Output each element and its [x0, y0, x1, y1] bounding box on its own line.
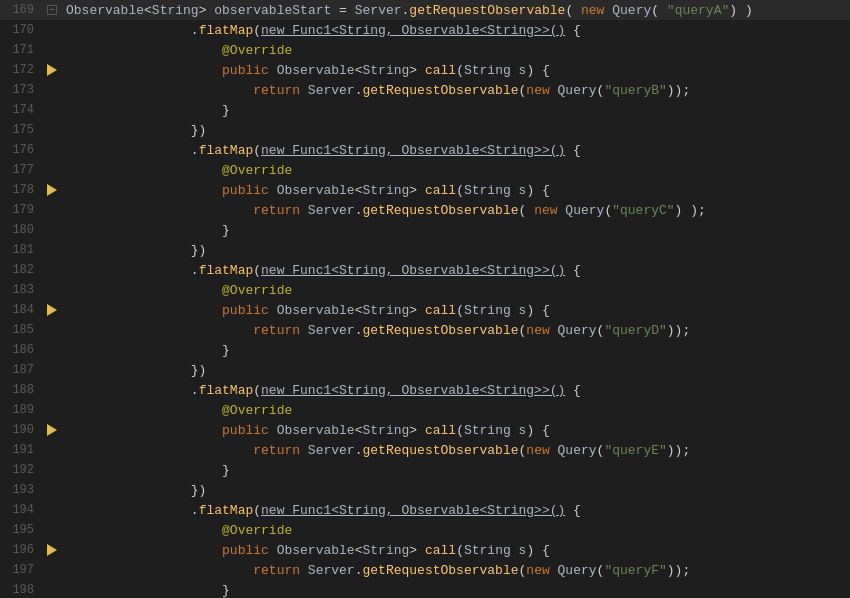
gutter-196: [42, 544, 62, 556]
gutter-190: [42, 424, 62, 436]
gutter-169: −: [42, 5, 62, 15]
code-line: 196 public Observable<String> call(Strin…: [0, 540, 850, 560]
line-content: .flatMap(new Func1<String, Observable<St…: [62, 503, 840, 518]
code-line: 173 return Server.getRequestObservable(n…: [0, 80, 850, 100]
code-line: 174 }: [0, 100, 850, 120]
gutter-184: [42, 304, 62, 316]
code-line: 172 public Observable<String> call(Strin…: [0, 60, 850, 80]
code-line: 180 }: [0, 220, 850, 240]
code-line: 181 }): [0, 240, 850, 260]
breakpoint-arrow: [47, 544, 57, 556]
gutter-178: [42, 184, 62, 196]
code-line: 189 @Override: [0, 400, 850, 420]
code-line: 176 .flatMap(new Func1<String, Observabl…: [0, 140, 850, 160]
code-line: 192 }: [0, 460, 850, 480]
code-line: 194 .flatMap(new Func1<String, Observabl…: [0, 500, 850, 520]
line-content: @Override: [62, 403, 840, 418]
line-content: }): [62, 363, 840, 378]
code-line: 179 return Server.getRequestObservable( …: [0, 200, 850, 220]
code-line: 197 return Server.getRequestObservable(n…: [0, 560, 850, 580]
code-line: 195 @Override: [0, 520, 850, 540]
code-line: 183 @Override: [0, 280, 850, 300]
code-line: 188 .flatMap(new Func1<String, Observabl…: [0, 380, 850, 400]
code-line: 191 return Server.getRequestObservable(n…: [0, 440, 850, 460]
code-line: 171 @Override: [0, 40, 850, 60]
line-content: }: [62, 463, 840, 478]
line-content: @Override: [62, 283, 840, 298]
line-content: return Server.getRequestObservable(new Q…: [62, 83, 840, 98]
line-content: }): [62, 483, 840, 498]
code-line: 182 .flatMap(new Func1<String, Observabl…: [0, 260, 850, 280]
line-content: Observable<String> observableStart = Ser…: [62, 3, 840, 18]
fold-icon[interactable]: −: [47, 5, 57, 15]
line-content: return Server.getRequestObservable( new …: [62, 203, 840, 218]
line-content: .flatMap(new Func1<String, Observable<St…: [62, 143, 840, 158]
line-content: }): [62, 243, 840, 258]
line-content: return Server.getRequestObservable(new Q…: [62, 563, 840, 578]
line-content: public Observable<String> call(String s)…: [62, 63, 840, 78]
line-content: }: [62, 343, 840, 358]
code-line: 178 public Observable<String> call(Strin…: [0, 180, 850, 200]
breakpoint-arrow: [47, 64, 57, 76]
line-content: }: [62, 223, 840, 238]
gutter-172: [42, 64, 62, 76]
line-content: .flatMap(new Func1<String, Observable<St…: [62, 23, 840, 38]
line-content: public Observable<String> call(String s)…: [62, 423, 840, 438]
breakpoint-arrow: [47, 184, 57, 196]
code-line: 170 .flatMap(new Func1<String, Observabl…: [0, 20, 850, 40]
breakpoint-arrow: [47, 304, 57, 316]
code-editor: 169 − Observable<String> observableStart…: [0, 0, 850, 598]
code-line: 169 − Observable<String> observableStart…: [0, 0, 850, 20]
line-content: return Server.getRequestObservable(new Q…: [62, 443, 840, 458]
code-line: 193 }): [0, 480, 850, 500]
line-content: public Observable<String> call(String s)…: [62, 543, 840, 558]
line-content: public Observable<String> call(String s)…: [62, 183, 840, 198]
code-line: 175 }): [0, 120, 850, 140]
code-line: 190 public Observable<String> call(Strin…: [0, 420, 850, 440]
line-content: .flatMap(new Func1<String, Observable<St…: [62, 263, 840, 278]
line-content: }: [62, 583, 840, 598]
breakpoint-arrow: [47, 424, 57, 436]
line-content: @Override: [62, 523, 840, 538]
line-content: .flatMap(new Func1<String, Observable<St…: [62, 383, 840, 398]
line-content: }): [62, 123, 840, 138]
code-line: 177 @Override: [0, 160, 850, 180]
code-line: 185 return Server.getRequestObservable(n…: [0, 320, 850, 340]
code-line: 186 }: [0, 340, 850, 360]
code-line: 187 }): [0, 360, 850, 380]
line-content: public Observable<String> call(String s)…: [62, 303, 840, 318]
line-content: @Override: [62, 163, 840, 178]
code-line: 198 }: [0, 580, 850, 598]
line-content: return Server.getRequestObservable(new Q…: [62, 323, 840, 338]
code-line: 184 public Observable<String> call(Strin…: [0, 300, 850, 320]
line-content: @Override: [62, 43, 840, 58]
line-content: }: [62, 103, 840, 118]
